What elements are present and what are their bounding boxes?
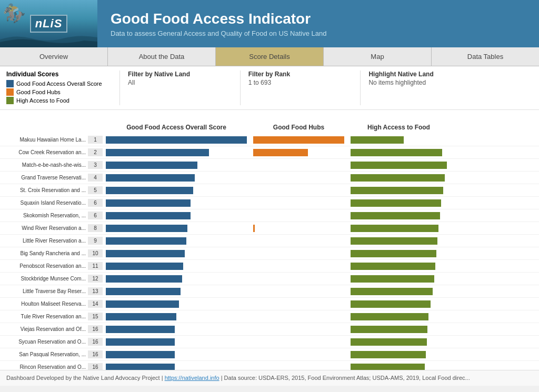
list-item [103, 134, 539, 146]
table-row: San Pasqual Reservation, ...16 [0, 348, 103, 361]
bar-cell-overall [103, 275, 250, 283]
bar-access [351, 199, 441, 207]
filter-highlight[interactable]: Highlight Native Land No items highlight… [360, 71, 533, 105]
bar-access [351, 275, 434, 283]
bar-access [351, 288, 433, 295]
table-row: Skokomish Reservation, ...6 [0, 209, 103, 222]
bar-cell-hubs [250, 187, 347, 194]
app-title: Good Food Access Indicator [111, 11, 326, 27]
bar-hubs [253, 225, 255, 232]
bar-overall [106, 275, 182, 283]
row-list: Makuu Hawaiian Home La...1Cow Creek Rese… [0, 134, 103, 370]
row-rank: 5 [88, 186, 103, 194]
list-item [103, 222, 539, 235]
filter-rank-label: Filter by Rank [248, 71, 353, 78]
table-row: Stockbridge Munsee Com...12 [0, 273, 103, 285]
bar-access [351, 326, 427, 333]
row-rank: 6 [88, 212, 103, 219]
header-access: High Access to Food [347, 124, 450, 131]
bar-cell-overall [103, 338, 250, 346]
bar-access [351, 364, 425, 370]
bar-access [351, 338, 427, 346]
list-item [103, 247, 539, 260]
row-name: San Pasqual Reservation, ... [0, 351, 88, 357]
table-row: Big Sandy Rancheria and ...10 [0, 247, 103, 260]
bar-access [351, 162, 447, 169]
bar-access [351, 237, 437, 245]
bar-cell-access [347, 174, 450, 182]
tab-about[interactable]: About the Data [108, 47, 216, 66]
tab-overview[interactable]: Overview [0, 47, 108, 66]
row-rank: 8 [88, 224, 103, 232]
bar-access [351, 136, 404, 144]
bar-cell-overall [103, 288, 250, 295]
bar-overall [106, 187, 193, 194]
bar-cell-overall [103, 237, 250, 245]
bar-cell-hubs [250, 225, 347, 232]
bar-access [351, 313, 428, 320]
table-row: Sycuan Reservation and O...16 [0, 336, 103, 348]
legend: Individual Scores Good Food Access Overa… [6, 71, 119, 105]
bar-cell-hubs [250, 351, 347, 358]
row-name: Skokomish Reservation, ... [0, 213, 88, 218]
bar-cell-overall [103, 187, 250, 194]
footer-link[interactable]: https://nativeland.info [165, 375, 219, 381]
row-rank: 12 [88, 275, 103, 283]
bar-cell-hubs [250, 364, 347, 370]
bar-cell-overall [103, 351, 250, 358]
filter-highlight-value: No items highlighted [368, 79, 525, 86]
bar-cell-overall [103, 174, 250, 182]
footer-text2: | Data source: USDA-ERS, 2015, Food Envi… [221, 375, 470, 381]
list-item [103, 235, 539, 247]
bar-cell-overall [103, 162, 250, 169]
bar-overall [106, 149, 209, 156]
bar-hubs [253, 149, 308, 156]
bar-cell-access [347, 225, 450, 232]
bar-cell-hubs [250, 136, 347, 144]
tab-map[interactable]: Map [324, 47, 432, 66]
filter-native-land-label: Filter by Native Land [128, 71, 232, 78]
bar-overall [106, 136, 247, 144]
footer-text1: Dashboard Developed by the Native Land A… [6, 375, 165, 381]
bar-access [351, 250, 436, 257]
list-item [103, 310, 539, 323]
bar-cell-overall [103, 136, 250, 144]
bar-cell-hubs [250, 313, 347, 320]
bar-cell-hubs [250, 338, 347, 346]
bar-access [351, 187, 443, 194]
bar-cell-access [347, 199, 450, 207]
list-item [103, 285, 539, 298]
filter-native-land[interactable]: Filter by Native Land All [119, 71, 240, 105]
list-item [103, 146, 539, 159]
tab-score-details[interactable]: Score Details [216, 47, 324, 66]
bar-cell-overall [103, 326, 250, 333]
list-item [103, 184, 539, 197]
row-name: Little River Reservation a... [0, 238, 88, 244]
bar-cell-access [347, 237, 450, 245]
row-name: Stockbridge Munsee Com... [0, 276, 88, 282]
filter-rank[interactable]: Filter by Rank 1 to 693 [240, 71, 361, 105]
charts-scroll[interactable]: Good Food Access Overall Score Good Food… [103, 110, 539, 370]
list-item [103, 348, 539, 361]
row-name: Grand Traverse Reservati... [0, 175, 88, 180]
bar-overall [106, 326, 175, 333]
labels-column: Makuu Hawaiian Home La...1Cow Creek Rese… [0, 110, 103, 370]
bar-cell-access [347, 212, 450, 219]
row-rank: 4 [88, 174, 103, 182]
bar-cell-overall [103, 199, 250, 207]
table-row: Houlton Maliseet Reserva...14 [0, 298, 103, 310]
bar-cell-access [347, 250, 450, 257]
tab-data-tables[interactable]: Data Tables [432, 47, 539, 66]
bar-cell-access [347, 313, 450, 320]
legend-title: Individual Scores [6, 71, 119, 78]
bar-hubs [253, 136, 344, 144]
filter-rank-value: 1 to 693 [248, 79, 353, 86]
bar-cell-overall [103, 263, 250, 270]
nav-tabs: Overview About the Data Score Details Ma… [0, 47, 539, 66]
row-name: Little Traverse Bay Reser... [0, 288, 88, 294]
bar-cell-access [347, 338, 450, 346]
table-row: Viejas Reservation and Of...16 [0, 323, 103, 336]
row-rank: 10 [88, 249, 103, 257]
bar-cell-hubs [250, 199, 347, 207]
bar-cell-overall [103, 313, 250, 320]
